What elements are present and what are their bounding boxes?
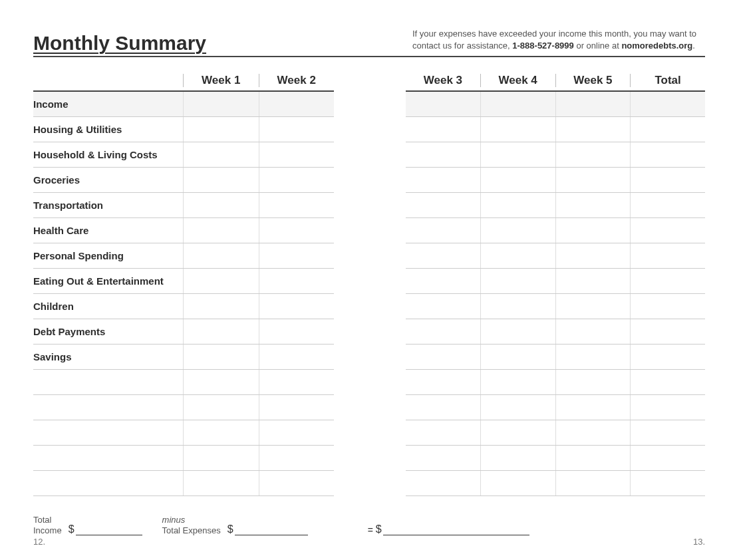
cell[interactable] <box>183 92 259 116</box>
cell[interactable] <box>406 92 481 116</box>
cell[interactable] <box>481 193 556 217</box>
cell[interactable] <box>481 420 556 445</box>
cell[interactable] <box>406 395 481 420</box>
cell[interactable] <box>556 294 631 319</box>
cell[interactable] <box>481 395 556 420</box>
total-expenses-input[interactable] <box>235 524 308 535</box>
cell[interactable] <box>406 243 481 268</box>
total-income-input[interactable] <box>76 524 142 535</box>
dollar-sign-icon: $ <box>376 523 382 535</box>
cell[interactable] <box>481 471 556 495</box>
cell[interactable] <box>259 218 335 243</box>
cell[interactable] <box>631 193 705 217</box>
cell[interactable] <box>406 294 481 319</box>
cell[interactable] <box>481 345 556 369</box>
cell[interactable] <box>259 319 335 344</box>
cell[interactable] <box>631 420 705 445</box>
cell[interactable] <box>631 294 705 319</box>
cell[interactable] <box>631 117 705 142</box>
cell[interactable] <box>481 370 556 394</box>
cell[interactable] <box>556 243 631 268</box>
cell[interactable] <box>259 471 335 495</box>
cell[interactable] <box>556 370 631 394</box>
cell[interactable] <box>259 294 335 319</box>
cell[interactable] <box>406 269 481 293</box>
cell[interactable] <box>406 142 481 167</box>
cell[interactable] <box>183 345 259 369</box>
cell[interactable] <box>183 446 259 470</box>
cell[interactable] <box>631 243 705 268</box>
cell[interactable] <box>259 142 335 167</box>
cell[interactable] <box>259 193 335 217</box>
cell[interactable] <box>406 420 481 445</box>
cell[interactable] <box>631 395 705 420</box>
cell[interactable] <box>183 142 259 167</box>
cell[interactable] <box>406 319 481 344</box>
cell[interactable] <box>481 142 556 167</box>
cell[interactable] <box>183 420 259 445</box>
cell[interactable] <box>259 420 335 445</box>
cell[interactable] <box>406 168 481 192</box>
cell[interactable] <box>183 471 259 495</box>
cell[interactable] <box>631 269 705 293</box>
cell[interactable] <box>259 269 335 293</box>
cell[interactable] <box>631 345 705 369</box>
cell[interactable] <box>481 294 556 319</box>
cell[interactable] <box>259 370 335 394</box>
cell[interactable] <box>631 218 705 243</box>
cell[interactable] <box>406 218 481 243</box>
cell[interactable] <box>183 193 259 217</box>
cell[interactable] <box>259 92 335 116</box>
cell[interactable] <box>259 243 335 268</box>
cell[interactable] <box>481 243 556 268</box>
cell[interactable] <box>556 420 631 445</box>
cell[interactable] <box>556 168 631 192</box>
cell[interactable] <box>183 117 259 142</box>
cell[interactable] <box>183 395 259 420</box>
cell[interactable] <box>183 218 259 243</box>
cell[interactable] <box>481 269 556 293</box>
cell[interactable] <box>406 370 481 394</box>
cell[interactable] <box>631 168 705 192</box>
cell[interactable] <box>481 117 556 142</box>
cell[interactable] <box>481 92 556 116</box>
cell[interactable] <box>183 243 259 268</box>
cell[interactable] <box>631 319 705 344</box>
cell[interactable] <box>259 395 335 420</box>
cell[interactable] <box>556 142 631 167</box>
cell[interactable] <box>556 471 631 495</box>
cell[interactable] <box>556 446 631 470</box>
cell[interactable] <box>183 294 259 319</box>
cell[interactable] <box>631 142 705 167</box>
cell[interactable] <box>183 319 259 344</box>
cell[interactable] <box>631 446 705 470</box>
cell[interactable] <box>259 446 335 470</box>
net-result-input[interactable] <box>383 524 529 535</box>
cell[interactable] <box>406 446 481 470</box>
cell[interactable] <box>183 370 259 394</box>
cell[interactable] <box>556 319 631 344</box>
cell[interactable] <box>556 218 631 243</box>
cell[interactable] <box>406 117 481 142</box>
cell[interactable] <box>259 345 335 369</box>
cell[interactable] <box>556 117 631 142</box>
cell[interactable] <box>481 446 556 470</box>
cell[interactable] <box>406 193 481 217</box>
cell[interactable] <box>259 168 335 192</box>
cell[interactable] <box>406 471 481 495</box>
cell[interactable] <box>631 370 705 394</box>
cell[interactable] <box>556 345 631 369</box>
cell[interactable] <box>406 345 481 369</box>
cell[interactable] <box>183 168 259 192</box>
cell[interactable] <box>259 117 335 142</box>
cell[interactable] <box>556 92 631 116</box>
cell[interactable] <box>556 395 631 420</box>
cell[interactable] <box>556 269 631 293</box>
cell[interactable] <box>556 193 631 217</box>
cell[interactable] <box>481 168 556 192</box>
cell[interactable] <box>481 218 556 243</box>
cell[interactable] <box>481 319 556 344</box>
cell[interactable] <box>631 92 705 116</box>
cell[interactable] <box>631 471 705 495</box>
cell[interactable] <box>183 269 259 293</box>
